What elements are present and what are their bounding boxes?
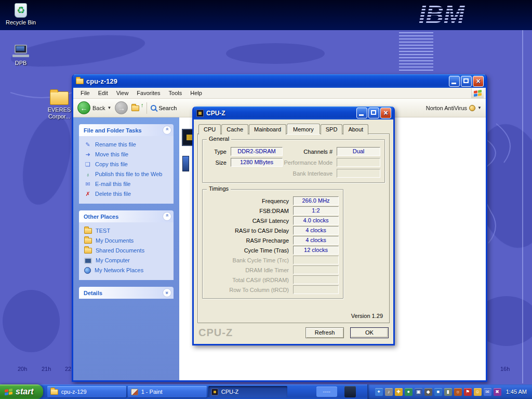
collapse-chevron-icon[interactable]: » <box>163 126 171 135</box>
back-button[interactable]: ← Back ▼ <box>77 101 111 114</box>
details-header[interactable]: Details » <box>79 287 174 299</box>
maximize-button[interactable] <box>368 108 379 118</box>
refresh-button[interactable]: Refresh <box>305 327 344 338</box>
timing-row: DRAM Idle Timer <box>207 265 339 275</box>
timing-label: RAS# Precharge <box>207 237 293 244</box>
firewall-icon[interactable]: ⚑ <box>464 388 472 396</box>
usb-icon[interactable]: ◆ <box>424 388 432 396</box>
taskbar-task[interactable]: cpu-z-129 <box>47 386 126 397</box>
desktop-icon-recycle-bin[interactable]: ♻ Recycle Bin <box>1 3 41 26</box>
system-tray: ✦♪✚●▣◆■▮☼⚑☺✉✖ 1:45 AM <box>367 384 532 399</box>
tab[interactable]: SPD <box>321 124 343 135</box>
expand-chevron-icon[interactable]: » <box>163 288 171 297</box>
messenger-icon[interactable]: ✦ <box>375 388 383 396</box>
search-button[interactable]: Search <box>151 105 177 111</box>
task-link[interactable]: ✎ Rename this file <box>84 140 170 150</box>
timings-group-title: Timings <box>207 185 231 192</box>
task-label: E-mail this file <box>95 181 130 188</box>
menu-item[interactable]: Edit <box>94 89 112 97</box>
timing-value: 4.0 clocks <box>293 216 339 225</box>
tab[interactable]: Memory <box>287 124 320 134</box>
language-indicator-icon[interactable] <box>344 386 356 397</box>
maximize-button[interactable] <box>461 76 472 87</box>
task-icon: ♁ <box>84 171 91 178</box>
task-icon: ✎ <box>84 141 91 148</box>
tab[interactable]: CPU <box>198 124 221 135</box>
volume-icon[interactable]: ♪ <box>385 388 393 396</box>
cpuz-title-bar[interactable]: CPU-Z × <box>194 107 393 119</box>
display-icon[interactable]: ■ <box>434 388 442 396</box>
close-button[interactable]: × <box>473 76 484 87</box>
wireless-icon[interactable]: ☼ <box>454 388 462 396</box>
decorative-line <box>522 30 523 383</box>
antivirus-icon[interactable]: ✚ <box>395 388 403 396</box>
tab[interactable]: Mainboard <box>249 124 286 135</box>
forward-button[interactable]: → <box>115 101 128 114</box>
task-link[interactable]: ✉ E-mail this file <box>84 179 170 189</box>
place-link[interactable]: Shared Documents <box>84 246 170 256</box>
task-link[interactable]: ♁ Publish this file to the Web <box>84 169 170 179</box>
back-label: Back <box>92 105 105 111</box>
decorative-stripes <box>399 32 433 72</box>
task-link[interactable]: ➜ Move this file <box>84 150 170 159</box>
menu-item[interactable]: Favorites <box>132 89 164 97</box>
start-label: start <box>16 387 34 396</box>
place-link[interactable]: My Computer <box>84 256 170 265</box>
task-link[interactable]: ✗ Delete this file <box>84 189 170 199</box>
timing-label: Row To Column (tRCD) <box>207 287 293 293</box>
up-button[interactable]: ↑ <box>131 103 143 113</box>
windows-logo-icon <box>471 88 484 98</box>
tab[interactable]: About <box>343 124 368 135</box>
place-label: My Network Places <box>95 267 143 274</box>
performance-mode-label: Performance Mode <box>283 159 337 166</box>
menu-item[interactable]: View <box>112 89 133 97</box>
taskbar-task[interactable]: CPU-Z <box>208 386 287 397</box>
desktop-icon-dpb[interactable]: DPB <box>1 45 41 66</box>
timing-value: 4 clocks <box>293 226 339 235</box>
minimize-button[interactable] <box>356 108 367 118</box>
norton-antivirus-control[interactable]: Norton AntiVirus ▼ <box>426 105 482 111</box>
folder-icon <box>131 105 139 111</box>
timing-row: Cycle Time (Tras) 12 clocks <box>207 245 339 255</box>
taskbar-task[interactable]: 1 - Paint <box>128 386 207 397</box>
menu-item[interactable]: Help <box>186 89 206 97</box>
back-arrow-icon: ← <box>77 101 90 114</box>
window-title: CPU-Z <box>206 110 225 117</box>
task-label: Move this file <box>95 151 128 158</box>
battery-icon[interactable]: ▮ <box>444 388 452 396</box>
details-panel: Details » <box>79 287 174 299</box>
task-pane: File and Folder Tasks » ✎ Rename this fi… <box>73 117 179 380</box>
place-link[interactable]: TEST <box>84 226 170 236</box>
collapse-chevron-icon[interactable]: » <box>163 212 171 221</box>
task-icon: ➜ <box>84 151 91 158</box>
ibm-logo: IBM <box>417 1 495 28</box>
window-title: cpu-z-129 <box>86 77 117 85</box>
other-places-header[interactable]: Other Places » <box>79 210 174 222</box>
timing-row: Bank Cycle Time (Trc) <box>207 255 339 265</box>
network-icon[interactable]: ▣ <box>415 388 422 396</box>
task-link[interactable]: ❏ Copy this file <box>84 159 170 169</box>
tab[interactable]: Cache <box>221 124 248 135</box>
security-icon[interactable]: ✖ <box>494 388 501 396</box>
channels-value: Dual <box>337 147 380 156</box>
timing-row: RAS# to CAS# Delay 4 clocks <box>207 225 339 235</box>
file-icon[interactable] <box>182 156 189 171</box>
mail-icon[interactable]: ✉ <box>484 388 491 396</box>
general-group-title: General <box>207 136 231 142</box>
menu-item[interactable]: Tools <box>165 89 187 97</box>
update-icon[interactable]: ● <box>405 388 413 396</box>
place-link[interactable]: My Network Places <box>84 265 170 275</box>
windows-flag-icon <box>5 388 12 395</box>
timezone-label: 21h <box>42 366 51 372</box>
explorer-title-bar[interactable]: cpu-z-129 × <box>73 74 486 88</box>
ok-button[interactable]: OK <box>350 327 389 338</box>
start-button[interactable]: start <box>0 384 43 399</box>
taskbar-toolbar-handle[interactable]: ---- <box>316 387 337 397</box>
im-icon[interactable]: ☺ <box>474 388 482 396</box>
minimize-button[interactable] <box>449 76 460 87</box>
file-tasks-header[interactable]: File and Folder Tasks » <box>79 124 174 136</box>
timing-value: 1:2 <box>293 206 339 215</box>
menu-item[interactable]: File <box>76 89 94 97</box>
place-link[interactable]: My Documents <box>84 236 170 246</box>
close-button[interactable]: × <box>380 108 391 118</box>
